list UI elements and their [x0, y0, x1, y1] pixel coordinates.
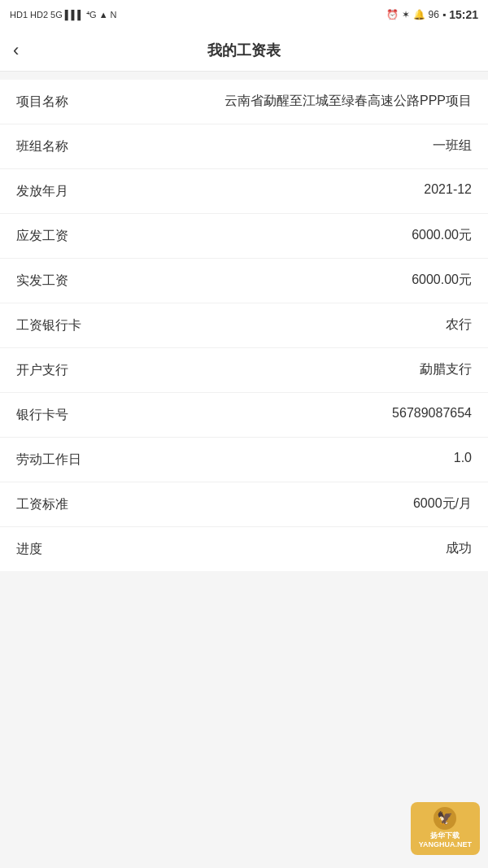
nfc-icon: N: [111, 10, 117, 20]
row-value: 云南省勐醒至江城至绿春高速公路PPP项目: [85, 93, 472, 110]
row-label: 进度: [16, 540, 42, 558]
bottom-area: [0, 571, 488, 734]
watermark-text-line1: 扬华下载: [430, 831, 460, 841]
row-label: 工资银行卡: [16, 316, 81, 334]
battery-level: 96: [429, 9, 439, 20]
table-row: 实发工资6000.00元: [0, 259, 488, 303]
status-right: ⏰ ✶ 🔔 96 ▪ 15:21: [386, 8, 478, 21]
content-area: 项目名称云南省勐醒至江城至绿春高速公路PPP项目班组名称一班组发放年月2021-…: [0, 80, 488, 571]
row-value: 56789087654: [85, 406, 472, 421]
row-value: 成功: [59, 540, 472, 557]
row-value: 2021-12: [85, 182, 472, 197]
row-value: 一班组: [85, 137, 472, 155]
signal-bars: ▌▌▌: [65, 10, 84, 20]
signal-5g: 5G: [50, 10, 63, 20]
battery-icon: ▪: [442, 9, 446, 20]
row-label: 应发工资: [16, 227, 68, 245]
alarm-icon: ⏰: [386, 9, 399, 20]
table-row: 应发工资6000.00元: [0, 214, 488, 259]
row-value: 勐腊支行: [85, 361, 472, 378]
row-value: 1.0: [98, 451, 472, 465]
signal-4g: ⁴G: [86, 10, 97, 20]
watermark-icon: 🦅: [434, 807, 456, 830]
table-row: 班组名称一班组: [0, 124, 488, 169]
status-time: 15:21: [449, 8, 478, 21]
row-label: 实发工资: [16, 272, 68, 290]
watermark-badge: 🦅 扬华下载 YANGHUA.NET: [411, 802, 480, 855]
table-row: 项目名称云南省勐醒至江城至绿春高速公路PPP项目: [0, 80, 488, 124]
row-value: 6000.00元: [85, 272, 472, 289]
row-label: 班组名称: [16, 137, 68, 155]
bluetooth-icon: ✶: [402, 9, 410, 20]
row-value: 6000元/月: [85, 495, 472, 513]
row-label: 劳动工作日: [16, 451, 81, 469]
nav-bar: ‹ 我的工资表: [0, 29, 488, 72]
row-value: 6000.00元: [85, 227, 472, 244]
table-row: 进度成功: [0, 527, 488, 571]
wifi-icon: ▲: [99, 10, 108, 20]
row-label: 项目名称: [16, 93, 68, 111]
back-button[interactable]: ‹: [13, 41, 19, 59]
carrier-hd2: HD2: [30, 10, 48, 20]
row-label: 银行卡号: [16, 406, 68, 424]
table-row: 工资标准6000元/月: [0, 482, 488, 527]
table-row: 开户支行勐腊支行: [0, 348, 488, 393]
watermark-text-line2: YANGHUA.NET: [419, 840, 472, 850]
table-row: 发放年月2021-12: [0, 169, 488, 214]
status-left: HD1 HD2 5G ▌▌▌ ⁴G ▲ N: [10, 10, 117, 20]
mute-icon: 🔔: [413, 9, 425, 20]
page-title: 我的工资表: [207, 41, 281, 60]
carrier-hd1: HD1: [10, 10, 28, 20]
row-label: 工资标准: [16, 495, 68, 513]
table-row: 劳动工作日1.0: [0, 438, 488, 482]
status-bar: HD1 HD2 5G ▌▌▌ ⁴G ▲ N ⏰ ✶ 🔔 96 ▪ 15:21: [0, 0, 488, 29]
row-value: 农行: [98, 316, 472, 334]
row-label: 发放年月: [16, 182, 68, 200]
row-label: 开户支行: [16, 361, 68, 379]
table-row: 银行卡号56789087654: [0, 393, 488, 438]
table-row: 工资银行卡农行: [0, 303, 488, 348]
